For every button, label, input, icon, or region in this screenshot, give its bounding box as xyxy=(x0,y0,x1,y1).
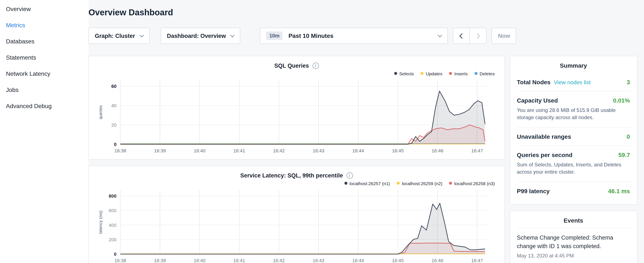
svg-text:40: 40 xyxy=(112,103,116,108)
summary-item: P99 latency46.1 ms xyxy=(517,181,630,200)
time-range-picker[interactable]: 10m Past 10 Minutes xyxy=(260,28,448,44)
dashboard-dropdown[interactable]: Dashboard: Overview xyxy=(160,28,240,44)
sidebar-item-jobs[interactable]: Jobs xyxy=(6,82,88,98)
service-latency-chart[interactable]: 020040060080016:3816:3916:4016:4116:4216… xyxy=(96,187,495,263)
legend-label: Inserts xyxy=(454,71,468,76)
legend-dot-icon xyxy=(394,72,397,75)
summary-items: Total NodesView nodes list3Capacity Used… xyxy=(517,73,630,200)
svg-text:16:40: 16:40 xyxy=(194,258,206,263)
legend-item-updates[interactable]: Updates xyxy=(421,71,442,76)
series-area xyxy=(120,203,485,254)
sidebar-item-overview[interactable]: Overview xyxy=(6,1,88,17)
events-title: Events xyxy=(517,217,630,228)
main-content: Overview Dashboard Graph: Cluster Dashbo… xyxy=(88,0,644,263)
chart-legend: localhost:26257 (n1)localhost:26259 (n2)… xyxy=(96,180,497,187)
svg-text:200: 200 xyxy=(109,237,116,242)
info-icon[interactable]: i xyxy=(312,62,319,69)
sidebar-item-advanced-debug[interactable]: Advanced Debug xyxy=(6,98,88,114)
legend-label: localhost:26259 (n2) xyxy=(402,181,442,186)
summary-item-description: You are using 28.6 MiB of 515.9 GiB usab… xyxy=(517,107,630,122)
chart-legend: SelectsUpdatesInsertsDeletes xyxy=(96,70,497,77)
sidebar-item-statements[interactable]: Statements xyxy=(6,49,88,66)
legend-item-localhost-26259-n2-[interactable]: localhost:26259 (n2) xyxy=(397,181,442,186)
legend-label: Updates xyxy=(426,71,442,76)
svg-text:16:43: 16:43 xyxy=(313,148,324,153)
legend-item-inserts[interactable]: Inserts xyxy=(449,71,468,76)
now-button[interactable]: Now xyxy=(492,28,516,44)
summary-title: Summary xyxy=(517,62,630,73)
series-area xyxy=(120,91,485,144)
summary-item-value: 46.1 ms xyxy=(608,187,630,194)
legend-item-selects[interactable]: Selects xyxy=(394,71,414,76)
svg-text:16:41: 16:41 xyxy=(234,258,245,263)
sql-queries-chart-card: SQL Queries i SelectsUpdatesInsertsDelet… xyxy=(88,56,504,160)
chart-title-row: Service Latency: SQL, 99th percentile i xyxy=(96,171,497,180)
summary-item: Capacity Used0.01%You are using 28.6 MiB… xyxy=(517,91,630,127)
sidebar: OverviewMetricsDatabasesStatementsNetwor… xyxy=(0,0,88,263)
summary-item-label: Capacity Used xyxy=(517,97,558,104)
svg-text:16:45: 16:45 xyxy=(392,258,404,263)
svg-text:16:38: 16:38 xyxy=(114,258,126,263)
legend-dot-icon xyxy=(449,72,452,75)
app-root: OverviewMetricsDatabasesStatementsNetwor… xyxy=(0,0,644,263)
svg-text:latency (ms): latency (ms) xyxy=(98,211,103,234)
legend-dot-icon xyxy=(344,182,348,185)
dashboard-body: SQL Queries i SelectsUpdatesInsertsDelet… xyxy=(88,56,637,263)
svg-text:16:38: 16:38 xyxy=(114,148,126,153)
svg-text:0: 0 xyxy=(114,251,116,257)
summary-item-value: 59.7 xyxy=(618,151,630,158)
info-icon[interactable]: i xyxy=(346,172,353,178)
legend-item-localhost-26258-n3-[interactable]: localhost:26258 (n3) xyxy=(449,181,495,186)
legend-item-deletes[interactable]: Deletes xyxy=(474,71,495,76)
events-panel: Events Schema Change Completed: Schema c… xyxy=(510,210,637,263)
sidebar-item-metrics[interactable]: Metrics xyxy=(6,17,88,33)
legend-label: localhost:26257 (n1) xyxy=(350,181,390,186)
summary-item-label: Total Nodes xyxy=(517,79,550,86)
sql-queries-chart[interactable]: 020406016:3816:3916:4016:4116:4216:4316:… xyxy=(96,77,495,155)
svg-text:600: 600 xyxy=(109,208,116,213)
summary-item-value: 0.01% xyxy=(613,97,630,104)
summary-item-label: Unavailable ranges xyxy=(517,133,571,140)
time-range-label: Past 10 Minutes xyxy=(288,32,334,39)
charts-column: SQL Queries i SelectsUpdatesInsertsDelet… xyxy=(88,56,504,263)
legend-item-localhost-26257-n1-[interactable]: localhost:26257 (n1) xyxy=(344,181,390,186)
time-prev-button[interactable] xyxy=(453,28,470,44)
summary-item-value: 0 xyxy=(626,133,630,140)
legend-dot-icon xyxy=(474,72,478,75)
legend-label: Deletes xyxy=(480,71,495,76)
svg-text:16:42: 16:42 xyxy=(273,258,285,263)
right-sidebar: Summary Total NodesView nodes list3Capac… xyxy=(510,56,637,263)
svg-text:16:46: 16:46 xyxy=(432,148,443,153)
view-nodes-list-link[interactable]: View nodes list xyxy=(554,79,591,86)
legend-dot-icon xyxy=(421,72,424,75)
chart-title: SQL Queries xyxy=(274,62,309,69)
summary-item-value: 3 xyxy=(626,79,630,86)
summary-item: Queries per second59.7Sum of Selects, Up… xyxy=(517,146,630,182)
chart-title: Service Latency: SQL, 99th percentile xyxy=(240,172,343,178)
time-next-button[interactable] xyxy=(470,28,487,44)
sidebar-item-network-latency[interactable]: Network Latency xyxy=(6,66,88,82)
summary-panel: Summary Total NodesView nodes list3Capac… xyxy=(510,56,637,204)
summary-item-label: Queries per second xyxy=(517,151,572,158)
summary-item: Total NodesView nodes list3 xyxy=(517,73,630,91)
summary-item-description: Sum of Selects, Updates, Inserts, and De… xyxy=(517,161,630,176)
legend-label: localhost:26258 (n3) xyxy=(454,181,495,186)
events-items: Schema Change Completed: Schema change w… xyxy=(517,228,630,259)
event-item[interactable]: Schema Change Completed: Schema change w… xyxy=(517,228,630,259)
svg-text:16:40: 16:40 xyxy=(194,148,206,153)
svg-text:16:46: 16:46 xyxy=(432,258,443,263)
svg-text:60: 60 xyxy=(112,84,116,89)
svg-text:16:45: 16:45 xyxy=(392,148,404,153)
svg-text:16:44: 16:44 xyxy=(352,148,364,153)
svg-text:queries: queries xyxy=(98,105,103,119)
svg-text:16:47: 16:47 xyxy=(471,258,483,263)
legend-label: Selects xyxy=(399,71,414,76)
legend-dot-icon xyxy=(449,182,452,185)
toolbar: Graph: Cluster Dashboard: Overview 10m P… xyxy=(88,28,637,44)
event-timestamp: May 13, 2020 at 4:45 PM xyxy=(517,253,630,259)
chevron-right-icon xyxy=(475,33,480,38)
page-title: Overview Dashboard xyxy=(88,8,637,18)
sidebar-item-databases[interactable]: Databases xyxy=(6,33,88,49)
time-range-badge: 10m xyxy=(266,32,282,40)
graph-dropdown[interactable]: Graph: Cluster xyxy=(88,28,150,44)
